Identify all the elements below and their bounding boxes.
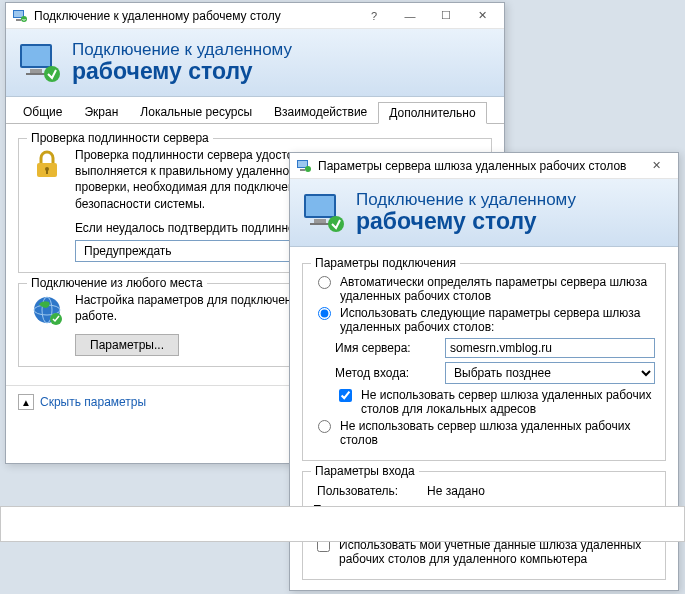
gateway-window-title: Параметры сервера шлюза удаленных рабочи… (318, 159, 626, 173)
group-connection-params-title: Параметры подключения (311, 256, 460, 270)
group-server-auth-title: Проверка подлинности сервера (27, 131, 213, 145)
tab-general[interactable]: Общие (12, 101, 73, 123)
radio-use-settings[interactable]: Использовать следующие параметры сервера… (313, 306, 655, 334)
check-bypass-local-label: Не использовать сервер шлюза удаленных р… (361, 388, 655, 416)
check-bypass-local-input[interactable] (339, 389, 352, 402)
check-bypass-local[interactable]: Не использовать сервер шлюза удаленных р… (335, 388, 655, 416)
group-login-params-title: Параметры входа (311, 464, 419, 478)
svg-rect-21 (306, 196, 334, 216)
collapse-icon[interactable]: ▲ (18, 394, 34, 410)
auth-action-select[interactable]: Предупреждать (75, 240, 315, 262)
login-method-select[interactable]: Выбрать позднее (445, 362, 655, 384)
banner-gateway: Подключение к удаленному рабочему столу (290, 179, 678, 247)
tab-display[interactable]: Экран (73, 101, 129, 123)
server-name-label: Имя сервера: (335, 341, 435, 355)
banner-line2: рабочему столу (72, 58, 292, 85)
group-connect-anywhere-title: Подключение из любого места (27, 276, 207, 290)
login-method-label: Метод входа: (335, 366, 435, 380)
svg-rect-6 (30, 69, 42, 73)
rdp-app-icon (296, 159, 312, 173)
radio-no-gateway-label: Не использовать сервер шлюза удаленных р… (340, 419, 655, 447)
svg-rect-7 (26, 73, 46, 75)
radio-no-gateway[interactable]: Не использовать сервер шлюза удаленных р… (313, 419, 655, 447)
svg-point-19 (305, 166, 311, 172)
svg-point-8 (44, 66, 60, 82)
tab-experience[interactable]: Взаимодействие (263, 101, 378, 123)
radio-auto-detect-input[interactable] (318, 276, 331, 289)
radio-auto-label: Автоматически определять параметры серве… (340, 275, 655, 303)
radio-use-settings-input[interactable] (318, 307, 331, 320)
background-panel (0, 506, 685, 542)
rdp-large-icon (18, 41, 62, 85)
window-title: Подключение к удаленному рабочему столу (34, 9, 281, 23)
user-value: Не задано (427, 484, 485, 498)
gateway-banner-line1: Подключение к удаленному (356, 190, 576, 210)
gateway-banner-line2: рабочему столу (356, 208, 576, 235)
svg-rect-5 (22, 46, 50, 66)
svg-rect-18 (300, 169, 305, 171)
svg-point-24 (328, 216, 344, 232)
banner-main: Подключение к удаленному рабочему столу (6, 29, 504, 97)
check-share-creds[interactable]: Использовать мои учетные данные шлюза уд… (313, 538, 655, 566)
globe-icon (29, 292, 65, 328)
rdp-large-icon (302, 191, 346, 235)
svg-rect-1 (14, 11, 23, 17)
svg-rect-22 (314, 219, 326, 223)
tab-local-resources[interactable]: Локальные ресурсы (129, 101, 263, 123)
svg-rect-17 (298, 161, 307, 167)
svg-rect-11 (46, 170, 48, 174)
server-name-input[interactable] (445, 338, 655, 358)
titlebar-gateway: Параметры сервера шлюза удаленных рабочи… (290, 153, 678, 179)
close-button[interactable]: ✕ (464, 5, 500, 27)
radio-use-label: Использовать следующие параметры сервера… (340, 306, 655, 334)
svg-rect-23 (310, 223, 330, 225)
radio-auto-detect[interactable]: Автоматически определять параметры серве… (313, 275, 655, 303)
tab-strip: Общие Экран Локальные ресурсы Взаимодейс… (6, 97, 504, 124)
gateway-settings-button[interactable]: Параметры... (75, 334, 179, 356)
gateway-close-button[interactable]: ✕ (638, 155, 674, 177)
svg-rect-2 (16, 19, 21, 21)
titlebar-main: Подключение к удаленному рабочему столу … (6, 3, 504, 29)
rdp-app-icon (12, 9, 28, 23)
check-share-creds-label: Использовать мои учетные данные шлюза уд… (339, 538, 655, 566)
maximize-button[interactable]: ☐ (428, 5, 464, 27)
user-label: Пользователь: (317, 484, 417, 498)
help-button[interactable]: ? (356, 5, 392, 27)
banner-line1: Подключение к удаленному (72, 40, 292, 60)
group-connection-params: Параметры подключения Автоматически опре… (302, 263, 666, 461)
lock-icon (29, 147, 65, 183)
radio-no-gateway-input[interactable] (318, 420, 331, 433)
minimize-button[interactable]: — (392, 5, 428, 27)
hide-options-link[interactable]: Скрыть параметры (40, 395, 146, 409)
tab-advanced[interactable]: Дополнительно (378, 102, 486, 124)
